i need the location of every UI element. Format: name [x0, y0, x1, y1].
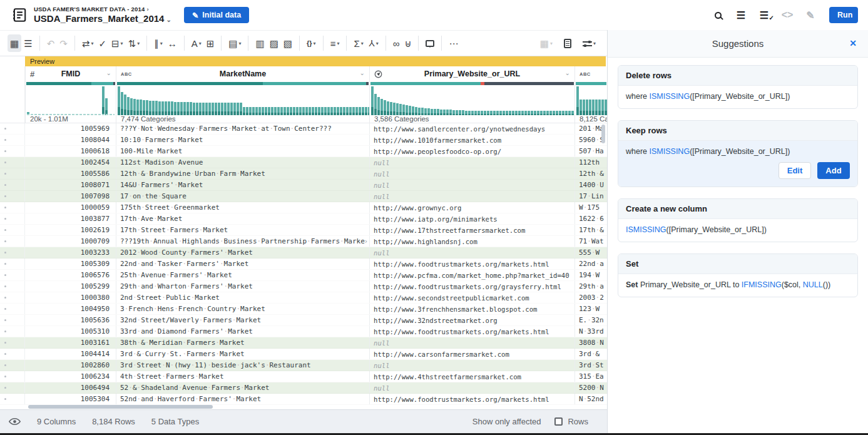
- suggestion-expression[interactable]: ISMISSING([Primary_Website_or_URL]): [618, 219, 857, 242]
- cell-fmid[interactable]: 1002454: [25, 157, 116, 168]
- cell-url[interactable]: http://www.foodtrustmarkets.org/markets.…: [369, 258, 574, 269]
- cell-fmid[interactable]: 1005299: [25, 281, 116, 292]
- cell-street[interactable]: 71·Wat: [574, 236, 607, 247]
- table-row[interactable]: 10028603rd·Street·N·(hwy·11)·beside·jack…: [0, 360, 607, 371]
- cell-marketname[interactable]: 3rd·&·Curry·St.·Farmers·Market: [116, 349, 369, 359]
- column-histogram[interactable]: [575, 86, 607, 115]
- replace-icon[interactable]: ⇄▾: [79, 34, 96, 52]
- checklist-icon[interactable]: ☰✓: [758, 8, 770, 22]
- table-row[interactable]: 10003802nd·Street·Public·Markethttp://ww…: [0, 292, 607, 304]
- table-row[interactable]: 100807114&U·Farmers'·Marketnull1400·U: [0, 180, 607, 191]
- cell-street[interactable]: 3808·N: [574, 337, 607, 348]
- nest-icon[interactable]: {}▾: [304, 34, 319, 52]
- union-icon[interactable]: ⊎: [402, 34, 414, 52]
- cell-fmid[interactable]: 1000709: [25, 236, 116, 247]
- cell-fmid[interactable]: 1005309: [25, 258, 116, 269]
- cell-url[interactable]: http://www.4thstreetfarmersmarket.com: [369, 371, 574, 382]
- cell-fmid[interactable]: 1003877: [25, 213, 116, 224]
- cell-street[interactable]: 5200·N: [574, 382, 607, 393]
- pivot-icon[interactable]: ▥: [253, 34, 267, 52]
- insert-column-icon[interactable]: ⊞: [204, 34, 217, 52]
- table-row[interactable]: 100531033rd·and·Diamond·Farmers'·Marketh…: [0, 326, 607, 337]
- join-icon[interactable]: ∞: [391, 34, 402, 52]
- cell-marketname[interactable]: 100-Mile·Market: [116, 146, 369, 156]
- row-gutter-marker[interactable]: [0, 304, 25, 314]
- table-row[interactable]: 10062344th·Street·Farmers·Markethttp://w…: [0, 371, 607, 382]
- row-gutter-marker[interactable]: [0, 202, 25, 213]
- cell-street[interactable]: 17·Lin: [574, 191, 607, 202]
- cell-fmid[interactable]: 1008071: [25, 180, 116, 190]
- table-row[interactable]: 100709817·on·the·Squarenull17·Lin: [0, 191, 607, 202]
- suggestion-title[interactable]: Set: [618, 254, 857, 274]
- cell-street[interactable]: 17th·&: [574, 225, 607, 235]
- cell-marketname[interactable]: 25th·Avenue·Farmers'·Market: [116, 270, 369, 280]
- cell-fmid[interactable]: 1004950: [25, 304, 116, 314]
- cell-marketname[interactable]: 2012·Wood·County·Farmers'·Market: [116, 247, 369, 258]
- cell-street[interactable]: 315·Ea: [574, 371, 607, 382]
- cell-fmid[interactable]: 1000380: [25, 292, 116, 303]
- row-gutter-marker[interactable]: [0, 168, 25, 179]
- cell-fmid[interactable]: 1006576: [25, 270, 116, 280]
- cell-fmid[interactable]: 1006234: [25, 371, 116, 382]
- cell-marketname[interactable]: 4th·Street·Farmers·Market: [116, 371, 369, 382]
- row-gutter-marker[interactable]: [0, 292, 25, 303]
- cell-url[interactable]: http;//www.1010farmersmarket.com: [369, 135, 574, 145]
- table-row[interactable]: 1000709???19th·Annual·Highlands·Business…: [0, 236, 607, 247]
- row-gutter-marker[interactable]: [0, 157, 25, 168]
- column-name[interactable]: FMID: [61, 69, 81, 78]
- cell-marketname[interactable]: 10:10·Farmers·Market: [116, 135, 369, 145]
- table-row[interactable]: 100316138th·&·Meridian·Farmers·Marketnul…: [0, 337, 607, 349]
- table-row[interactable]: 1005969???Y·Not·Wednesday·Farmers·Market…: [0, 123, 607, 135]
- cell-street[interactable]: 112th: [574, 157, 607, 168]
- cell-street[interactable]: W·175: [574, 202, 607, 213]
- cell-url[interactable]: http://www.17thstreetfarmersmarket.com: [369, 225, 574, 235]
- table-row[interactable]: 100649452·&·Shadeland·Avenue·Farmers·Mar…: [0, 382, 607, 394]
- suggestion-expression[interactable]: Set Primary_Website_or_URL to IFMISSING(…: [618, 274, 857, 297]
- row-gutter-marker[interactable]: [0, 258, 25, 269]
- suggestion-title[interactable]: Create a new column: [618, 199, 857, 219]
- row-gutter-marker[interactable]: [0, 180, 25, 190]
- cell-street[interactable]: 3rd·St: [574, 360, 607, 371]
- cell-marketname[interactable]: 52·&·Shadeland·Avenue·Farmers·Market: [116, 382, 369, 393]
- table-row[interactable]: 1002454112st·Madison·Avenuenull112th: [0, 157, 607, 168]
- cell-url[interactable]: http://www.sandlercenter.org/ynotwednesd…: [369, 123, 574, 134]
- cell-url[interactable]: http://www.iatp.org/minimarkets: [369, 213, 574, 224]
- cell-url[interactable]: null: [369, 337, 574, 348]
- column-header-Primary_Website_or_URL[interactable]: Primary_Website_or_URL⌄3,586 Categories: [369, 66, 574, 123]
- suggestion-title[interactable]: Delete rows: [618, 66, 857, 86]
- cell-fmid[interactable]: 1002860: [25, 360, 116, 371]
- cell-url[interactable]: http;//www.highlandsnj.com: [369, 236, 574, 247]
- cell-marketname[interactable]: 12th·&·Brandywine·Urban·Farm·Market: [116, 168, 369, 179]
- page-title[interactable]: USDA_Farmers_Market_2014⌄: [34, 14, 171, 24]
- column-menu-chevron-icon[interactable]: ⌄: [106, 69, 111, 76]
- cell-url[interactable]: http://www.foodtrustmarkets.org/markets.…: [369, 394, 574, 404]
- cell-marketname[interactable]: ???19th·Annual·Highlands·Business·Partne…: [116, 236, 369, 247]
- column-menu-chevron-icon[interactable]: ⌄: [360, 69, 365, 76]
- table-row[interactable]: 100530922nd·and·Tasker·Farmers'·Marketht…: [0, 258, 607, 270]
- suggestion-card-create-new-column[interactable]: Create a new columnISMISSING([Primary_We…: [618, 198, 858, 242]
- cell-fmid[interactable]: 1003161: [25, 337, 116, 348]
- merge-icon[interactable]: ↔: [165, 34, 180, 52]
- cell-marketname[interactable]: 17th·Ave·Market: [116, 213, 369, 224]
- filter-icon[interactable]: ≡▾: [328, 34, 342, 52]
- cell-street[interactable]: 1622·6: [574, 213, 607, 224]
- cell-fmid[interactable]: 1007098: [25, 191, 116, 202]
- cell-fmid[interactable]: 1005304: [25, 394, 116, 404]
- table-row[interactable]: 100387717th·Ave·Markethttp://www.iatp.or…: [0, 213, 607, 225]
- column-header-clipped[interactable]: ABC8,125 Cat: [574, 66, 607, 123]
- row-gutter-marker[interactable]: [0, 315, 25, 325]
- extract-column-icon[interactable]: ⊟▾: [109, 34, 126, 52]
- cell-street[interactable]: N·33rd: [574, 326, 607, 337]
- cell-url[interactable]: http;//www.grownyc.org: [369, 202, 574, 213]
- row-gutter-marker[interactable]: [0, 360, 25, 371]
- cell-marketname[interactable]: 17th·Street·Farmers·Market: [116, 225, 369, 235]
- transpose-icon[interactable]: ▧: [281, 34, 295, 52]
- cell-fmid[interactable]: 1005969: [25, 123, 116, 134]
- cell-marketname[interactable]: 33rd·and·Diamond·Farmers'·Market: [116, 326, 369, 337]
- row-gutter-marker[interactable]: [0, 281, 25, 292]
- suggestion-expression[interactable]: where ISMISSING([Primary_Website_or_URL]…: [618, 141, 857, 187]
- cell-street[interactable]: 2003·2: [574, 292, 607, 303]
- cell-url[interactable]: http;//www.32ndstreetmarket.org: [369, 315, 574, 325]
- data-quality-bar[interactable]: [370, 82, 574, 85]
- edit-button[interactable]: Edit: [779, 162, 811, 179]
